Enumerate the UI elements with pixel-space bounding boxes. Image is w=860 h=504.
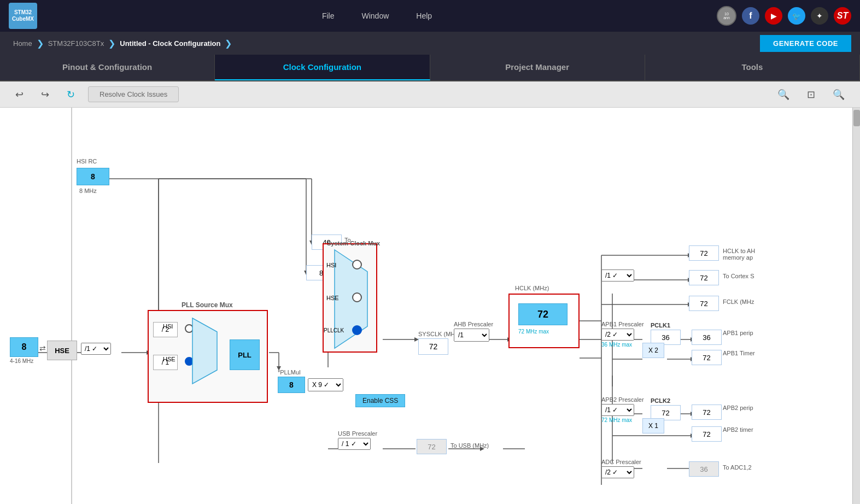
fclk-block: 72: [689, 296, 719, 311]
apb1-peri-label: APB1 perip: [723, 330, 753, 336]
apb2-peri-label: APB2 perip: [723, 405, 753, 411]
pclk1-label: PCLK1: [651, 322, 681, 329]
tab-pinout[interactable]: Pinout & Configuration: [0, 55, 215, 80]
apb2-prescaler-block: APB2 Prescaler /1 ✓ 72 MHz max: [601, 396, 644, 423]
logo-area: STM32 CubeMX: [9, 3, 37, 29]
sysclk-value[interactable]: 72: [418, 338, 448, 355]
menu-file[interactable]: File: [322, 11, 335, 20]
adc-label: To ADC1,2: [723, 464, 752, 471]
hclk-value[interactable]: 72: [518, 303, 568, 325]
apb1-timer-value-block: 72: [692, 350, 722, 365]
mux-radio-hsi[interactable]: [352, 260, 362, 269]
left-divider: [71, 108, 72, 504]
hclk-to-ah-block: 72: [689, 245, 719, 261]
ahb-prescaler-select[interactable]: /1: [454, 329, 489, 342]
hsi-rc-block: HSI RC 8 8 MHz: [77, 168, 109, 185]
menu-window[interactable]: Window: [361, 11, 389, 20]
generate-code-button[interactable]: GENERATE CODE: [760, 35, 851, 52]
hclk-to-ah-label: HCLK to AH memory ap: [723, 248, 767, 261]
hsi-mhz-label: 8 MHz: [79, 187, 97, 194]
apb1-timer-value: 72: [692, 350, 722, 365]
hclk-to-ah-value: 72: [689, 245, 719, 261]
hse-div-block: /1 ✓: [81, 343, 111, 355]
pll-hse-label: HSE: [163, 356, 175, 362]
apb1-x2-block: X 2: [642, 343, 664, 358]
adc-prescaler-select[interactable]: /2 ✓: [601, 466, 634, 478]
main-content: HSI RC 8 8 MHz 40 To IWDG (KHz) 8 To FLI…: [0, 108, 860, 504]
breadcrumb-page: Untitled - Clock Configuration: [115, 39, 225, 48]
hclk-max: 72 MHz max: [518, 329, 549, 335]
adc-prescaler-block: ADC Prescaler /2 ✓: [601, 459, 641, 478]
youtube-icon[interactable]: ▶: [765, 7, 782, 25]
apb2-prescaler-label: APB2 Prescaler: [601, 396, 644, 403]
breadcrumb-device[interactable]: STM32F103C8Tx: [44, 39, 109, 48]
pclk2-block: PCLK2 72: [651, 397, 681, 420]
cortex-div-select[interactable]: /1 ✓: [601, 269, 634, 282]
mux-pllclk-label: PLLCLK: [324, 327, 344, 333]
usb-prescaler-select[interactable]: / 1 ✓: [338, 438, 371, 450]
pll-value-box[interactable]: 8: [278, 377, 305, 393]
facebook-icon[interactable]: f: [742, 7, 759, 25]
tab-clock[interactable]: Clock Configuration: [215, 55, 430, 80]
cortex-value-block: 72: [689, 270, 719, 285]
hsi-rc-label: HSI RC: [77, 158, 97, 165]
pclk2-label: PCLK2: [651, 397, 681, 404]
pll-mul-select-block: X 9 ✓: [308, 378, 343, 391]
hse-block: HSE: [47, 341, 77, 360]
redo-button[interactable]: ↪: [37, 86, 54, 103]
hse-box[interactable]: HSE: [47, 341, 77, 360]
apb1-prescaler-label: APB1 Prescaler: [601, 321, 644, 327]
input-freq-range: 4-16 MHz: [10, 358, 38, 364]
fclk-value: 72: [689, 296, 719, 311]
pll-mul-select[interactable]: X 9 ✓: [308, 378, 343, 391]
menu-help[interactable]: Help: [416, 11, 432, 20]
apb2-peri-value-block: 72: [692, 405, 722, 420]
top-bar: STM32 CubeMX File Window Help 10ann f ▶ …: [0, 0, 860, 32]
social-icons: 10ann f ▶ 🐦 ✦ ST: [717, 6, 851, 26]
mux-radio-pll[interactable]: [352, 325, 362, 335]
logo-text: STM32 CubeMX: [12, 9, 34, 22]
mux-radio-hse[interactable]: [352, 292, 362, 302]
apb2-max: 72 MHz max: [601, 417, 644, 423]
pll-source-mux-label: PLL Source Mux: [182, 301, 233, 309]
reset-button[interactable]: ↻: [62, 86, 79, 103]
apb2-timer-value-block: 72: [692, 426, 722, 442]
hsi-value-box[interactable]: 8: [77, 168, 109, 185]
hclk-label: HCLK (MHz): [515, 285, 549, 291]
resolve-clock-button[interactable]: Resolve Clock Issues: [88, 86, 179, 102]
pll-mux-svg: [190, 315, 223, 386]
apb2-timer-label: APB2 timer: [723, 426, 753, 433]
zoom-in-button[interactable]: 🔍: [773, 86, 794, 103]
scrollbar-thumb[interactable]: [853, 110, 860, 126]
tab-project[interactable]: Project Manager: [430, 55, 645, 80]
right-scrollbar[interactable]: [852, 108, 860, 504]
zoom-out-button[interactable]: 🔍: [828, 86, 849, 103]
ahb-prescaler-label: AHB Prescaler: [454, 321, 493, 327]
usb-value: 72: [417, 439, 447, 454]
twitter-icon[interactable]: 🐦: [788, 7, 805, 25]
apb1-max: 36 MHz max: [601, 342, 644, 348]
network-icon[interactable]: ✦: [811, 7, 828, 25]
anniversary-badge: 10ann: [717, 6, 736, 26]
usb-result-block: 72: [417, 439, 447, 454]
apb1-peri-value-block: 36: [692, 330, 722, 345]
input-freq-value[interactable]: 8: [10, 337, 38, 357]
usb-label: To USB (MHz): [451, 442, 489, 449]
breadcrumb-home[interactable]: Home: [9, 39, 37, 48]
apb1-prescaler-select[interactable]: /2 ✓: [601, 329, 634, 341]
pllmul-block: *PLLMul 8: [278, 369, 305, 393]
apb2-peri-value: 72: [692, 405, 722, 420]
svg-marker-56: [192, 318, 217, 384]
enable-css-button[interactable]: Enable CSS: [355, 394, 405, 407]
apb1-prescaler-block: APB1 Prescaler /2 ✓ 36 MHz max: [601, 321, 644, 348]
apb2-prescaler-select[interactable]: /1 ✓: [601, 404, 634, 416]
hse-div-select[interactable]: /1 ✓: [81, 343, 111, 355]
undo-button[interactable]: ↩: [11, 86, 28, 103]
st-logo: ST: [834, 7, 851, 25]
tab-tools[interactable]: Tools: [645, 55, 860, 80]
diagram-area: HSI RC 8 8 MHz 40 To IWDG (KHz) 8 To FLI…: [0, 108, 860, 504]
apb2-x1-box: X 1: [642, 418, 664, 433]
cortex-label: To Cortex S: [723, 273, 754, 279]
fit-button[interactable]: ⊡: [803, 86, 820, 103]
pclk1-block: PCLK1 36: [651, 322, 681, 345]
